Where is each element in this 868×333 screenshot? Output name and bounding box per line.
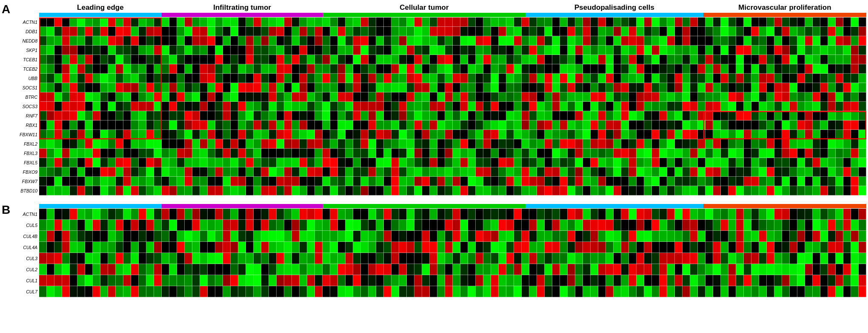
color-bar-segment [703, 13, 866, 17]
row-label: CUL4B [14, 231, 39, 242]
color-bar-segment [162, 13, 323, 17]
heatmap-canvas-container-a [39, 17, 866, 195]
row-label: FBXL3 [14, 149, 39, 158]
color-bar-segment [525, 204, 703, 208]
row-label: CUL4A [14, 242, 39, 253]
row-label: UBB [14, 74, 39, 83]
color-bar-segment [703, 204, 866, 208]
row-labels-a: ACTN1DDB1NEDD8SKP1TCEB1TCEB2UBBSOCS1BTRC… [14, 17, 39, 195]
row-label: SKP1 [14, 46, 39, 55]
heatmap-body-b: ACTN1CUL5CUL4BCUL4ACUL3CUL2CUL1CUL7 [14, 209, 866, 297]
column-headers-a: Leading edgeInfiltrating tumorCellular t… [39, 3, 866, 12]
row-label: CUL3 [14, 253, 39, 264]
color-bar-segment [525, 13, 703, 17]
column-header: Cellular tumor [323, 3, 525, 12]
column-header: Pseudopalisading cells [525, 3, 703, 12]
row-label: RNF7 [14, 111, 39, 121]
row-label: CUL1 [14, 275, 39, 286]
row-label: ACTN1 [14, 17, 39, 27]
heatmap-canvas-b [39, 209, 866, 297]
row-label: FBXL5 [14, 158, 39, 167]
row-label: BTBD10 [14, 186, 39, 195]
row-label: FBXL2 [14, 139, 39, 149]
color-bar-segment [162, 204, 323, 208]
row-label: SOCS1 [14, 83, 39, 92]
row-label: BTRC [14, 92, 39, 102]
row-label: FBXW7 [14, 177, 39, 186]
column-header: Leading edge [39, 3, 162, 12]
row-label: SOCS3 [14, 102, 39, 111]
heatmap-a-wrapper: Leading edgeInfiltrating tumorCellular t… [14, 3, 866, 195]
row-label: DDB1 [14, 27, 39, 36]
section-b: B ACTN1CUL5CUL4BCUL4ACUL3CUL2CUL1CUL7 [2, 204, 866, 297]
heatmap-canvas-a [39, 17, 866, 195]
row-label: ACTN1 [14, 209, 39, 220]
row-label: NEDD8 [14, 36, 39, 46]
heatmap-canvas-container-b [39, 209, 866, 297]
section-b-label: B [2, 204, 12, 216]
color-bar-segment [39, 204, 162, 208]
row-label: TCEB1 [14, 55, 39, 64]
color-bar-segment [323, 204, 525, 208]
heatmap-b-wrapper: ACTN1CUL5CUL4BCUL4ACUL3CUL2CUL1CUL7 [14, 204, 866, 297]
row-labels-b: ACTN1CUL5CUL4BCUL4ACUL3CUL2CUL1CUL7 [14, 209, 39, 297]
section-a-label: A [2, 3, 12, 15]
color-bars-a [39, 13, 866, 17]
row-label: CUL2 [14, 264, 39, 275]
section-a: A Leading edgeInfiltrating tumorCellular… [2, 3, 866, 195]
color-bar-segment [39, 13, 162, 17]
heatmap-body-a: ACTN1DDB1NEDD8SKP1TCEB1TCEB2UBBSOCS1BTRC… [14, 17, 866, 195]
row-label: RBX1 [14, 121, 39, 130]
row-label: FBXO9 [14, 167, 39, 177]
main-container: A Leading edgeInfiltrating tumorCellular… [0, 0, 868, 333]
row-label: FBXW11 [14, 130, 39, 139]
row-label: CUL7 [14, 286, 39, 297]
column-header: Microvascular proliferation [703, 3, 866, 12]
color-bar-segment [323, 13, 525, 17]
row-label: CUL5 [14, 220, 39, 231]
row-label: TCEB2 [14, 64, 39, 74]
color-bars-b [39, 204, 866, 208]
column-header: Infiltrating tumor [162, 3, 323, 12]
